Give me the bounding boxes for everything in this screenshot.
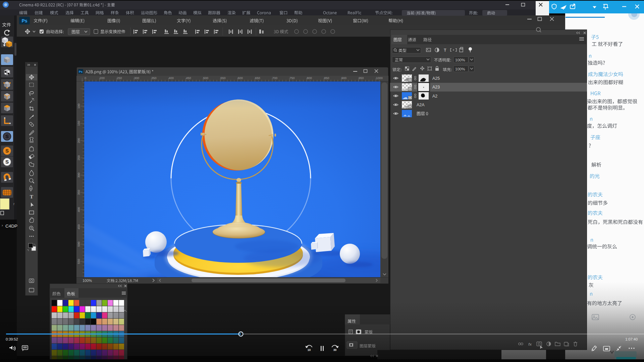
svg-text:0:39:52: 0:39:52 (6, 337, 18, 341)
svg-text:1:07:40: 1:07:40 (625, 337, 638, 341)
svg-text:30: 30 (333, 348, 337, 352)
svg-text:10: 10 (308, 348, 311, 352)
